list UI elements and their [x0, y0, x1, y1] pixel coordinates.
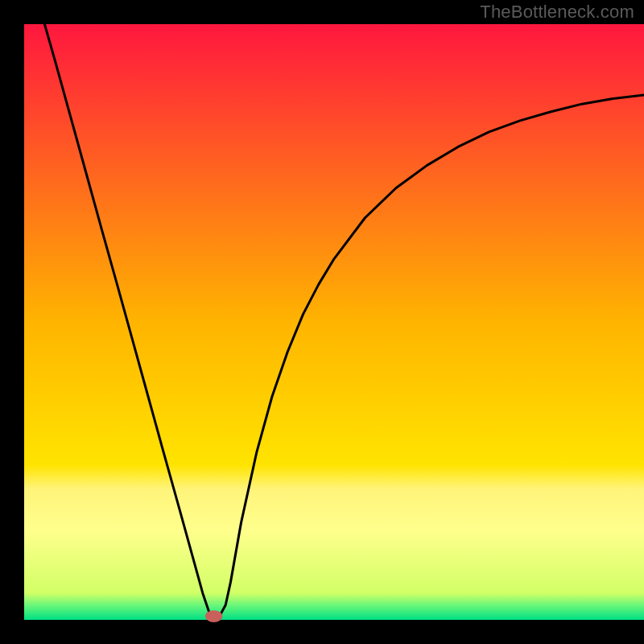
bottleneck-chart — [0, 0, 644, 644]
minimum-marker — [205, 610, 223, 622]
chart-frame: TheBottleneck.com — [0, 0, 644, 644]
gradient-background — [24, 24, 644, 620]
